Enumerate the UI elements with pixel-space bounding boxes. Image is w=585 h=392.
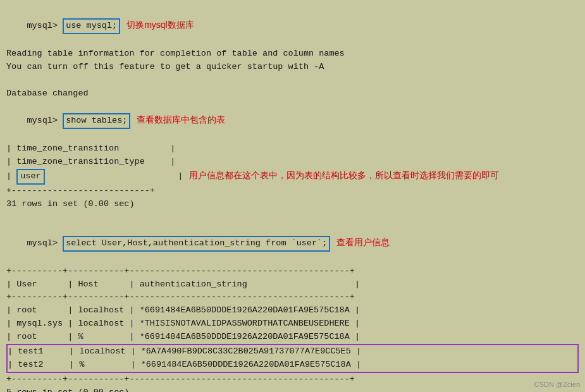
table-header: | User | Host | authentication_string |	[6, 278, 579, 291]
annotation-use-mysql: 切换mysql数据库	[126, 20, 194, 30]
purple-highlight-box: | test1 | localhost | *6A7A490FB9DC8C33C…	[6, 344, 579, 373]
line-db-changed: Database changed	[6, 87, 579, 101]
line-reading: Reading table information for completion…	[6, 47, 579, 61]
annotation-select: 查看用户信息	[336, 237, 390, 247]
cmd-select: select User,Host,authentication_string f…	[63, 236, 330, 252]
row-test1: | test1 | localhost | *6A7A490FB9DC8C33C…	[8, 345, 577, 358]
table-line-tz2: | time_zone_transition_type |	[6, 156, 579, 169]
line-use-mysql: mysql> use mysql;切换mysql数据库	[6, 5, 579, 47]
row-root-percent: | root | % | *6691484EA6B50DDDE1926A220D…	[6, 331, 579, 344]
prompt1: mysql>	[27, 21, 63, 30]
terminal: mysql> use mysql;切换mysql数据库 Reading tabl…	[0, 0, 585, 392]
table-divider-bottom: +---------------------------+	[6, 185, 579, 198]
cmd-use-mysql: use mysql;	[63, 18, 120, 34]
divider1: +----------+-----------+----------------…	[6, 265, 579, 278]
user-box: user	[16, 169, 44, 185]
table-line-tz1: | time_zone_transition |	[6, 142, 579, 156]
annotation-user-table: 用户信息都在这个表中，因为表的结构比较多，所以查看时选择我们需要的即可	[189, 170, 499, 180]
prompt2: mysql>	[27, 116, 63, 125]
divider3: +----------+-----------+----------------…	[6, 373, 579, 386]
row-root-localhost: | root | localhost | *6691484EA6B50DDDE1…	[6, 304, 579, 317]
annotation-show-tables: 查看数据库中包含的表	[137, 114, 225, 125]
line-select: mysql> select User,Host,authentication_s…	[6, 223, 579, 265]
divider2: +----------+-----------+----------------…	[6, 291, 579, 304]
line-show-tables: mysql> show tables;查看数据库中包含的表	[6, 100, 579, 142]
rows-line-1: 31 rows in set (0.00 sec)	[6, 198, 579, 211]
row-test2: | test2 | % | *6691484EA6B50DDDE1926A220…	[8, 358, 577, 372]
table-line-user-row: | user |用户信息都在这个表中，因为表的结构比较多，所以查看时选择我们需要…	[6, 169, 579, 185]
line-blank1	[6, 74, 579, 87]
prompt3: mysql>	[27, 238, 63, 248]
rows-line-2: 5 rows in set (0.00 sec)	[6, 386, 579, 392]
row-mysqlsys: | mysql.sys | localhost | *THISISNOTAVAL…	[6, 317, 579, 331]
watermark: CSDN @Zcien	[534, 381, 580, 388]
line-turnoff: You can turn off this feature to get a q…	[6, 61, 579, 74]
cmd-show-tables: show tables;	[63, 113, 130, 129]
section-divider	[6, 211, 579, 223]
